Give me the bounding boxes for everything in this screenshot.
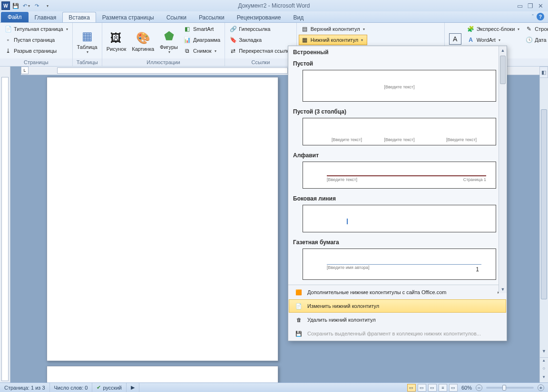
shapes-button[interactable]: ⬟Фигуры▾ — [157, 24, 180, 58]
table-button[interactable]: ▦Таблица▾ — [75, 24, 100, 58]
edit-footer-button[interactable]: 📄 Изменить нижний колонтитул — [289, 299, 506, 313]
footer-button[interactable]: ▦Нижний колонтитул▾ — [299, 35, 367, 45]
hyperlink-button[interactable]: 🔗Гиперссылка — [227, 24, 294, 34]
window-controls: ▭ ❐ ✕ — [517, 2, 548, 10]
tab-selector[interactable]: L — [21, 67, 29, 74]
save-footer-button: 💾 Сохранить выделенный фрагмент в коллек… — [289, 327, 506, 340]
group-illustrations: 🖼Рисунок 🎨Картинка ⬟Фигуры▾ ◧SmartArt 📊Д… — [102, 23, 225, 66]
gallery-empty-preview[interactable]: [Введите текст] — [303, 70, 496, 102]
scrollbar-thumb[interactable] — [541, 109, 547, 299]
view-web[interactable]: ▭ — [428, 384, 437, 392]
zoom-out-button[interactable]: − — [476, 384, 482, 391]
cover-page-button[interactable]: 📄Титульная страница▾ — [2, 24, 70, 34]
status-words[interactable]: Число слов: 0 — [50, 383, 93, 392]
quickparts-button[interactable]: 🧩Экспресс-блоки▾ — [465, 24, 522, 34]
status-page[interactable]: Страница: 1 из 3 — [0, 383, 50, 392]
gallery-footer-commands: 🟧 Дополнительные нижние колонтитулы с са… — [288, 285, 507, 341]
footer-gallery: Встроенный Пустой [Введите текст] Пустой… — [288, 46, 507, 341]
help-icon[interactable]: ? — [537, 13, 544, 20]
status-proofing[interactable]: ✔русский — [92, 383, 126, 392]
quick-access-toolbar: W 💾 ↶▾ ↷ ▾ — [0, 1, 52, 10]
clipart-button[interactable]: 🎨Картинка — [129, 24, 157, 58]
save-button[interactable]: 💾 — [11, 1, 20, 10]
save-selection-icon: 💾 — [295, 330, 303, 337]
title-bar: W 💾 ↶▾ ↷ ▾ Документ2 - Microsoft Word ▭ … — [0, 0, 548, 11]
bookmark-button[interactable]: 🔖Закладка — [227, 35, 294, 45]
blank-page-button[interactable]: ▫Пустая страница — [2, 35, 70, 45]
tab-references[interactable]: Ссылки — [160, 12, 193, 22]
gallery-side-label: Боковая линия — [288, 193, 507, 203]
tab-review[interactable]: Рецензирование — [231, 12, 287, 22]
edit-icon: 📄 — [295, 302, 303, 310]
view-print-layout[interactable]: ▭ — [407, 384, 416, 392]
view-draft[interactable]: ▭ — [449, 384, 458, 392]
tab-mailings[interactable]: Рассылки — [193, 12, 231, 22]
gallery-scrollbar[interactable]: ▲ ▼ — [499, 46, 507, 293]
word-icon: W — [1, 1, 10, 10]
tab-insert[interactable]: Вставка — [62, 12, 96, 22]
page-1[interactable] — [47, 77, 278, 361]
tab-file[interactable]: Файл — [1, 12, 29, 22]
page-2[interactable] — [47, 366, 278, 382]
office-icon: 🟧 — [295, 288, 303, 296]
more-footers-button[interactable]: 🟧 Дополнительные нижние колонтитулы с са… — [289, 286, 506, 299]
next-page-button[interactable]: ▾ — [540, 374, 548, 382]
view-outline[interactable]: ≡ — [439, 384, 447, 392]
tab-layout[interactable]: Разметка страницы — [96, 12, 160, 22]
task-pane-toggle[interactable]: ◧ — [539, 67, 548, 78]
remove-icon: 🗑 — [295, 316, 303, 324]
group-links: 🔗Гиперссылка 🔖Закладка ⇄Перекрестная ссы… — [225, 23, 297, 66]
status-macro[interactable]: ▶ — [127, 383, 139, 392]
remove-footer-button[interactable]: 🗑 Удалить нижний колонтитул — [289, 313, 506, 326]
restore-button[interactable]: ❐ — [528, 2, 533, 10]
signature-button[interactable]: ✎Строка подписи▾ — [523, 24, 548, 34]
picture-button[interactable]: 🖼Рисунок — [104, 24, 129, 58]
datetime-button[interactable]: 🕓Дата и время — [523, 35, 548, 45]
gallery-empty3-label: Пустой (3 столбца) — [288, 106, 507, 116]
screenshot-button[interactable]: ⧉Снимок▾ — [181, 46, 223, 56]
gallery-scrollbar-thumb[interactable] — [500, 56, 506, 84]
gallery-news-preview[interactable]: [Введите имя автора] 1 — [303, 249, 496, 280]
minimize-ribbon-icon[interactable]: ˆ — [532, 14, 534, 19]
redo-button[interactable]: ↷ — [32, 1, 41, 10]
zoom-level[interactable]: 60% — [461, 385, 472, 391]
gallery-header: Встроенный — [288, 46, 507, 58]
group-tables: ▦Таблица▾ Таблицы — [73, 23, 102, 66]
close-button[interactable]: ✕ — [538, 2, 543, 10]
vertical-scrollbar[interactable]: ▲ ▼ ▴ ○ ▾ — [539, 67, 548, 382]
tab-view[interactable]: Вид — [287, 12, 310, 22]
group-pages: 📄Титульная страница▾ ▫Пустая страница ⤓Р… — [0, 23, 73, 66]
gallery-alpha-label: Алфавит — [288, 150, 507, 160]
vertical-ruler[interactable] — [0, 67, 10, 382]
qat-customize[interactable]: ▾ — [42, 1, 52, 10]
minimize-button[interactable]: ▭ — [517, 2, 523, 10]
prev-page-button[interactable]: ▴ — [540, 357, 548, 365]
gallery-alpha-preview[interactable]: [Введите текст] Страница 1 — [303, 162, 496, 189]
page-break-button[interactable]: ⤓Разрыв страницы — [2, 46, 70, 56]
crossref-button[interactable]: ⇄Перекрестная ссылка — [227, 46, 294, 56]
gallery-side-preview[interactable] — [303, 205, 496, 232]
smartart-button[interactable]: ◧SmartArt — [181, 24, 223, 34]
browse-object-button[interactable]: ○ — [540, 366, 548, 374]
status-bar: Страница: 1 из 3 Число слов: 0 ✔русский … — [0, 382, 548, 392]
zoom-in-button[interactable]: + — [538, 384, 544, 391]
ribbon-tabs: Файл Главная Вставка Разметка страницы С… — [0, 11, 548, 23]
tab-home[interactable]: Главная — [29, 12, 63, 22]
chart-button[interactable]: 📊Диаграмма — [181, 35, 223, 45]
undo-button[interactable]: ↶▾ — [21, 1, 31, 10]
header-button[interactable]: ▤Верхний колонтитул▾ — [299, 24, 367, 34]
gallery-empty-label: Пустой — [288, 58, 507, 68]
window-title: Документ2 - Microsoft Word — [0, 2, 548, 9]
wordart-button[interactable]: AWordArt▾ — [465, 35, 522, 45]
gallery-empty3-preview[interactable]: [Введите текст] [Введите текст] [Введите… — [303, 118, 496, 146]
zoom-slider[interactable] — [486, 387, 534, 389]
gallery-news-label: Газетная бумага — [288, 237, 507, 247]
view-fullscreen[interactable]: ▭ — [418, 384, 426, 392]
